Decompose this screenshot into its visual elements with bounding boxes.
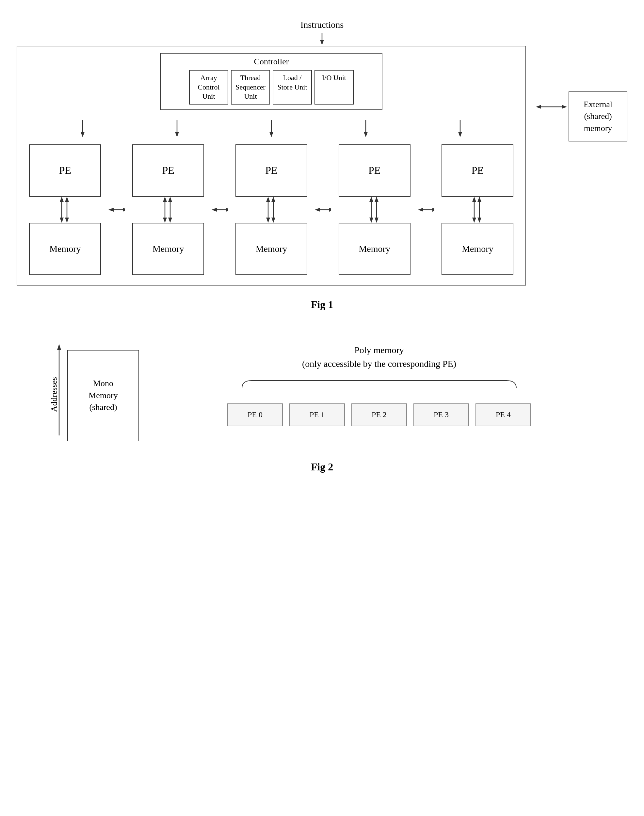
io-arrow [536,100,569,114]
outer-box: Controller ArrayControlUnit ThreadSequen… [17,46,526,285]
arrow-to-pe-3 [267,120,276,138]
pe-connector-4-5 [418,203,434,216]
svg-marker-16 [65,197,69,202]
main-diagram: Controller ArrayControlUnit ThreadSequen… [17,46,627,285]
svg-marker-25 [168,197,172,202]
svg-marker-23 [163,218,167,223]
pe-col-3: PE Memory [235,144,307,275]
bidir-arrow-5 [468,197,487,223]
mono-mem-box: MonoMemory(shared) [67,350,139,441]
svg-marker-9 [364,132,368,137]
svg-marker-49 [472,197,476,202]
mem-box-3: Memory [235,223,307,275]
pe-connector-2-3 [212,203,228,216]
svg-marker-5 [175,132,179,137]
pe-box-5: PE [442,144,514,197]
svg-marker-3 [81,132,84,137]
svg-marker-28 [212,208,217,212]
svg-marker-50 [472,218,476,223]
pe-col-2: PE Memory [132,144,204,275]
unit-io: I/O Unit [314,70,354,104]
addresses-label: Addresses [49,349,59,440]
svg-marker-47 [432,208,434,212]
svg-marker-7 [270,132,273,137]
svg-marker-56 [562,105,567,109]
svg-marker-43 [374,197,379,202]
pe-cell-2: PE 2 [351,403,407,426]
arrow-to-pe-4 [361,120,371,138]
svg-marker-53 [477,218,481,223]
svg-marker-34 [271,197,275,202]
pe-box-4: PE [339,144,411,197]
pe-box-2: PE [132,144,204,197]
external-mem-section: External(shared)memory [536,72,627,141]
pe-connector-3-4 [315,203,331,216]
svg-marker-29 [226,208,228,212]
svg-marker-11 [458,132,462,137]
poly-bracket [232,379,526,389]
pe-col-1: PE Memory [29,144,101,275]
svg-marker-35 [271,218,275,223]
svg-marker-14 [60,218,64,223]
addresses-section: Addresses MonoMemory(shared) [44,343,139,448]
controller-box: Controller ArrayControlUnit ThreadSequen… [160,53,382,110]
pe-box-1: PE [29,144,101,197]
bidir-arrow-4 [365,197,384,223]
fig2-diagram: Addresses MonoMemory(shared) Poly memory… [44,343,600,448]
bidir-arrow-3 [262,197,281,223]
svg-marker-52 [477,197,481,202]
pe-col-4: PE Memory [339,144,411,275]
unit-thread-sequencer: ThreadSequencerUnit [231,70,270,104]
bidir-arrow-1 [55,197,75,223]
svg-marker-19 [109,208,113,212]
pe-connector-1-2 [109,203,125,216]
pe-cell-3: PE 3 [414,403,469,426]
pe-cells-row: PE 0 PE 1 PE 2 PE 3 PE 4 [227,403,531,426]
svg-marker-55 [536,105,541,109]
svg-marker-38 [329,208,331,212]
instructions-label: Instructions [301,20,343,30]
pe-cell-4: PE 4 [475,403,531,426]
svg-marker-17 [65,218,69,223]
pe-row: PE Memory [26,144,517,275]
mem-box-2: Memory [132,223,204,275]
unit-array-control: ArrayControlUnit [189,70,228,104]
svg-marker-41 [370,218,373,223]
svg-marker-1 [320,40,324,45]
svg-marker-13 [60,197,64,202]
controller-units: ArrayControlUnit ThreadSequencerUnit Loa… [166,70,377,104]
mem-box-5: Memory [442,223,514,275]
instructions-arrow [317,33,327,46]
pe-cell-0: PE 0 [227,403,283,426]
mem-box-4: Memory [339,223,411,275]
arrow-to-pe-5 [455,120,465,138]
svg-marker-44 [374,218,379,223]
poly-section: Poly memory(only accessible by the corre… [159,343,600,426]
arrow-to-pe-1 [78,120,87,138]
svg-marker-20 [123,208,125,212]
pe-col-5: PE Memory [442,144,514,275]
arrow-to-pe-2 [172,120,182,138]
svg-marker-22 [163,197,167,202]
fig2-container: Addresses MonoMemory(shared) Poly memory… [20,343,624,492]
pe-cell-1: PE 1 [289,403,345,426]
svg-marker-46 [418,208,423,212]
pe-box-3: PE [235,144,307,197]
unit-load-store: Load /Store Unit [273,70,312,104]
poly-label: Poly memory(only accessible by the corre… [302,343,456,371]
fig1-container: Instructions Controller ArrayControlUnit… [20,20,624,330]
svg-marker-37 [315,208,320,212]
fig1-label: Fig 1 [311,299,333,311]
svg-marker-40 [370,197,373,202]
svg-marker-31 [266,197,270,202]
svg-marker-32 [266,218,270,223]
bidir-arrow-2 [158,197,178,223]
mem-box-1: Memory [29,223,101,275]
external-mem-box: External(shared)memory [569,92,627,141]
svg-marker-26 [168,218,172,223]
controller-label: Controller [166,57,377,67]
fig2-label: Fig 2 [311,461,333,473]
